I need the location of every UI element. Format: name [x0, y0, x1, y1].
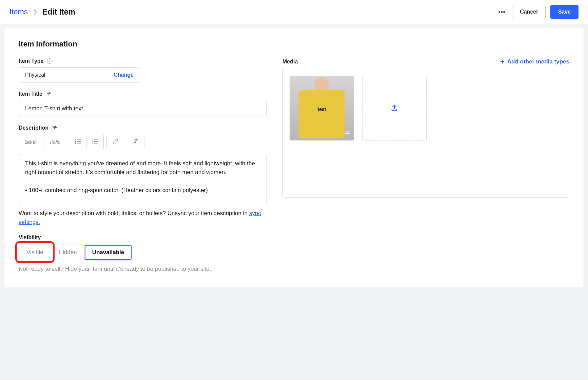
numbered-list-icon: 123 [92, 139, 98, 145]
topbar: Items ❯ Edit Item ••• Cancel Save [0, 0, 588, 24]
media-label: Media [282, 59, 298, 65]
plus-icon: + [500, 58, 505, 65]
item-type-box: Physical Change [19, 68, 140, 82]
svg-point-0 [75, 139, 76, 140]
link-button[interactable] [106, 135, 124, 149]
breadcrumb-root-link[interactable]: Items [9, 7, 28, 16]
save-button[interactable]: Save [550, 5, 579, 19]
svg-point-4 [75, 143, 76, 144]
description-helper-text: Want to style your description with bold… [19, 210, 249, 216]
visibility-option-unavailable[interactable]: Unavailable [85, 245, 132, 260]
italic-button[interactable]: Italic [44, 135, 66, 149]
item-title-field: Item Title [19, 91, 267, 116]
visibility-segmented: Visible Hidden Unavailable [19, 245, 132, 260]
item-type-label: Item Type [19, 58, 44, 64]
item-type-change-link[interactable]: Change [114, 72, 134, 78]
add-media-link[interactable]: + Add other media types [500, 58, 569, 65]
item-type-field: Item Type i Physical Change [19, 58, 267, 82]
visibility-label: Visibility [19, 234, 41, 241]
page-title: Edit Item [42, 7, 75, 17]
item-title-label: Item Title [19, 91, 42, 97]
visibility-note: Not ready to sell? Hide your item until … [19, 266, 267, 272]
description-field: Description Bold Italic [19, 125, 267, 226]
numbered-list-button[interactable]: 123 [86, 135, 104, 149]
link-icon [112, 138, 118, 146]
description-helper: Want to style your description with bold… [19, 209, 267, 226]
upload-media-tile[interactable] [362, 76, 427, 140]
clear-formatting-button[interactable] [127, 135, 144, 149]
item-title-input[interactable] [19, 101, 267, 116]
sync-icon[interactable] [46, 91, 51, 97]
description-textarea[interactable]: This t-shirt is everything you've dreame… [19, 154, 267, 204]
sync-icon[interactable] [52, 125, 57, 131]
svg-point-2 [75, 141, 76, 142]
upload-icon [391, 104, 398, 113]
media-panel: test [282, 69, 569, 198]
svg-text:3: 3 [92, 142, 93, 144]
sync-icon [344, 129, 351, 137]
media-thumbnail[interactable]: test [290, 76, 354, 140]
ellipsis-icon: ••• [498, 8, 505, 16]
item-info-card: Item Information Item Type i Physical Ch… [4, 28, 584, 287]
section-title: Item Information [19, 40, 569, 49]
bullet-list-button[interactable] [69, 135, 86, 149]
add-media-text: Add other media types [507, 58, 569, 65]
item-type-value: Physical [25, 72, 45, 78]
visibility-option-visible[interactable]: Visible [19, 245, 51, 260]
description-toolbar: Bold Italic 123 [19, 135, 267, 149]
topbar-actions: ••• Cancel Save [496, 5, 579, 19]
visibility-field: Visibility Visible Hidden Unavailable No… [19, 234, 267, 272]
bullet-list-icon [75, 139, 81, 145]
cancel-button[interactable]: Cancel [512, 5, 545, 19]
breadcrumb: Items ❯ Edit Item [9, 7, 75, 17]
visibility-option-hidden[interactable]: Hidden [51, 245, 85, 260]
chevron-right-icon: ❯ [33, 8, 38, 16]
more-actions-button[interactable]: ••• [496, 6, 507, 17]
bold-button[interactable]: Bold [19, 135, 41, 149]
tshirt-text: test [318, 107, 326, 112]
info-icon[interactable]: i [47, 58, 53, 64]
clear-format-icon [133, 138, 139, 146]
description-label: Description [19, 125, 48, 131]
